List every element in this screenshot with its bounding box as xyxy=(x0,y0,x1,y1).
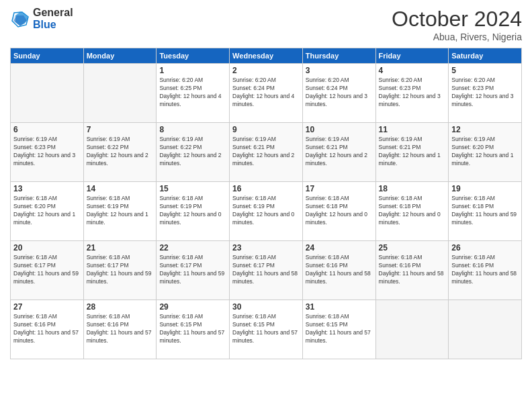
day-info: Sunrise: 6:18 AM Sunset: 6:15 PM Dayligh… xyxy=(159,313,226,345)
day-info: Sunrise: 6:19 AM Sunset: 6:21 PM Dayligh… xyxy=(379,136,446,168)
calendar-cell: 14Sunrise: 6:18 AM Sunset: 6:19 PM Dayli… xyxy=(83,182,157,241)
day-number: 13 xyxy=(13,184,81,193)
day-info: Sunrise: 6:20 AM Sunset: 6:23 PM Dayligh… xyxy=(379,77,446,109)
calendar-cell: 18Sunrise: 6:18 AM Sunset: 6:18 PM Dayli… xyxy=(375,182,449,241)
location: Abua, Rivers, Nigeria xyxy=(392,32,522,42)
calendar-cell xyxy=(375,300,449,359)
calendar-cell: 30Sunrise: 6:18 AM Sunset: 6:15 PM Dayli… xyxy=(230,300,303,359)
logo-general-text: General xyxy=(33,7,73,19)
day-number: 3 xyxy=(306,66,373,75)
day-number: 16 xyxy=(232,184,300,193)
calendar-cell: 2Sunrise: 6:20 AM Sunset: 6:24 PM Daylig… xyxy=(230,64,303,123)
day-number: 21 xyxy=(87,243,154,253)
day-number: 6 xyxy=(13,125,81,134)
header: General Blue October 2024 Abua, Rivers, … xyxy=(10,7,522,42)
calendar-table: SundayMondayTuesdayWednesdayThursdayFrid… xyxy=(10,48,522,359)
day-header-sunday: Sunday xyxy=(11,48,84,64)
day-info: Sunrise: 6:18 AM Sunset: 6:16 PM Dayligh… xyxy=(306,254,373,286)
day-info: Sunrise: 6:18 AM Sunset: 6:16 PM Dayligh… xyxy=(13,313,81,345)
calendar-cell: 29Sunrise: 6:18 AM Sunset: 6:15 PM Dayli… xyxy=(157,300,230,359)
day-info: Sunrise: 6:19 AM Sunset: 6:23 PM Dayligh… xyxy=(13,136,81,168)
calendar-cell: 6Sunrise: 6:19 AM Sunset: 6:23 PM Daylig… xyxy=(11,123,84,182)
calendar-cell: 20Sunrise: 6:18 AM Sunset: 6:17 PM Dayli… xyxy=(11,241,84,300)
day-number: 24 xyxy=(306,243,373,253)
day-header-friday: Friday xyxy=(375,48,449,64)
day-info: Sunrise: 6:20 AM Sunset: 6:25 PM Dayligh… xyxy=(159,77,226,109)
calendar-cell: 23Sunrise: 6:18 AM Sunset: 6:17 PM Dayli… xyxy=(230,241,303,300)
day-info: Sunrise: 6:18 AM Sunset: 6:16 PM Dayligh… xyxy=(379,254,446,286)
day-info: Sunrise: 6:20 AM Sunset: 6:24 PM Dayligh… xyxy=(232,77,300,109)
calendar-cell: 17Sunrise: 6:18 AM Sunset: 6:18 PM Dayli… xyxy=(302,182,375,241)
calendar-cell: 31Sunrise: 6:18 AM Sunset: 6:15 PM Dayli… xyxy=(302,300,375,359)
day-info: Sunrise: 6:20 AM Sunset: 6:23 PM Dayligh… xyxy=(451,77,519,109)
day-info: Sunrise: 6:18 AM Sunset: 6:17 PM Dayligh… xyxy=(87,254,154,286)
day-number: 30 xyxy=(232,302,300,312)
calendar-cell: 25Sunrise: 6:18 AM Sunset: 6:16 PM Dayli… xyxy=(375,241,449,300)
day-number: 26 xyxy=(451,243,519,253)
day-number: 27 xyxy=(13,302,81,312)
day-info: Sunrise: 6:18 AM Sunset: 6:17 PM Dayligh… xyxy=(159,254,226,286)
day-info: Sunrise: 6:19 AM Sunset: 6:22 PM Dayligh… xyxy=(159,136,226,168)
logo-text: General Blue xyxy=(33,7,73,30)
week-row-2: 6Sunrise: 6:19 AM Sunset: 6:23 PM Daylig… xyxy=(11,123,522,182)
day-info: Sunrise: 6:18 AM Sunset: 6:16 PM Dayligh… xyxy=(87,313,154,345)
calendar-cell: 11Sunrise: 6:19 AM Sunset: 6:21 PM Dayli… xyxy=(375,123,449,182)
calendar-cell: 16Sunrise: 6:18 AM Sunset: 6:19 PM Dayli… xyxy=(230,182,303,241)
calendar-cell: 8Sunrise: 6:19 AM Sunset: 6:22 PM Daylig… xyxy=(157,123,230,182)
day-info: Sunrise: 6:18 AM Sunset: 6:16 PM Dayligh… xyxy=(451,254,519,286)
day-number: 8 xyxy=(159,125,226,134)
day-info: Sunrise: 6:19 AM Sunset: 6:22 PM Dayligh… xyxy=(87,136,154,168)
day-number: 4 xyxy=(379,66,446,75)
day-number: 9 xyxy=(232,125,300,134)
day-number: 2 xyxy=(232,66,300,75)
calendar-cell: 22Sunrise: 6:18 AM Sunset: 6:17 PM Dayli… xyxy=(157,241,230,300)
week-row-1: 1Sunrise: 6:20 AM Sunset: 6:25 PM Daylig… xyxy=(11,64,522,123)
day-info: Sunrise: 6:18 AM Sunset: 6:18 PM Dayligh… xyxy=(451,195,519,227)
calendar-cell: 1Sunrise: 6:20 AM Sunset: 6:25 PM Daylig… xyxy=(157,64,230,123)
day-info: Sunrise: 6:20 AM Sunset: 6:24 PM Dayligh… xyxy=(306,77,373,109)
day-number: 5 xyxy=(451,66,519,75)
day-info: Sunrise: 6:18 AM Sunset: 6:15 PM Dayligh… xyxy=(306,313,373,345)
day-number: 23 xyxy=(232,243,300,253)
day-info: Sunrise: 6:19 AM Sunset: 6:21 PM Dayligh… xyxy=(306,136,373,168)
month-title: October 2024 xyxy=(392,7,522,32)
calendar-cell: 27Sunrise: 6:18 AM Sunset: 6:16 PM Dayli… xyxy=(11,300,84,359)
day-info: Sunrise: 6:18 AM Sunset: 6:15 PM Dayligh… xyxy=(232,313,300,345)
calendar-cell: 12Sunrise: 6:19 AM Sunset: 6:20 PM Dayli… xyxy=(449,123,522,182)
calendar-cell xyxy=(83,64,157,123)
calendar-cell: 4Sunrise: 6:20 AM Sunset: 6:23 PM Daylig… xyxy=(375,64,449,123)
day-info: Sunrise: 6:18 AM Sunset: 6:17 PM Dayligh… xyxy=(232,254,300,286)
day-info: Sunrise: 6:18 AM Sunset: 6:17 PM Dayligh… xyxy=(13,254,81,286)
title-area: October 2024 Abua, Rivers, Nigeria xyxy=(392,7,522,42)
day-number: 22 xyxy=(159,243,226,253)
day-info: Sunrise: 6:19 AM Sunset: 6:21 PM Dayligh… xyxy=(232,136,300,168)
day-info: Sunrise: 6:18 AM Sunset: 6:18 PM Dayligh… xyxy=(379,195,446,227)
day-number: 18 xyxy=(379,184,446,193)
day-number: 11 xyxy=(379,125,446,134)
day-number: 31 xyxy=(306,302,373,312)
calendar-cell: 19Sunrise: 6:18 AM Sunset: 6:18 PM Dayli… xyxy=(449,182,522,241)
day-number: 1 xyxy=(159,66,226,75)
calendar-header-row: SundayMondayTuesdayWednesdayThursdayFrid… xyxy=(11,48,522,64)
day-header-thursday: Thursday xyxy=(302,48,375,64)
day-header-wednesday: Wednesday xyxy=(230,48,303,64)
day-header-monday: Monday xyxy=(83,48,157,64)
calendar-cell xyxy=(449,300,522,359)
day-number: 28 xyxy=(87,302,154,312)
day-info: Sunrise: 6:19 AM Sunset: 6:20 PM Dayligh… xyxy=(451,136,519,168)
calendar-cell: 10Sunrise: 6:19 AM Sunset: 6:21 PM Dayli… xyxy=(302,123,375,182)
calendar-cell: 3Sunrise: 6:20 AM Sunset: 6:24 PM Daylig… xyxy=(302,64,375,123)
day-info: Sunrise: 6:18 AM Sunset: 6:18 PM Dayligh… xyxy=(306,195,373,227)
logo-icon xyxy=(10,9,30,29)
week-row-4: 20Sunrise: 6:18 AM Sunset: 6:17 PM Dayli… xyxy=(11,241,522,300)
day-info: Sunrise: 6:18 AM Sunset: 6:19 PM Dayligh… xyxy=(87,195,154,227)
day-number: 12 xyxy=(451,125,519,134)
calendar-cell: 9Sunrise: 6:19 AM Sunset: 6:21 PM Daylig… xyxy=(230,123,303,182)
calendar-cell: 26Sunrise: 6:18 AM Sunset: 6:16 PM Dayli… xyxy=(449,241,522,300)
calendar-cell: 21Sunrise: 6:18 AM Sunset: 6:17 PM Dayli… xyxy=(83,241,157,300)
day-number: 25 xyxy=(379,243,446,253)
day-info: Sunrise: 6:18 AM Sunset: 6:19 PM Dayligh… xyxy=(232,195,300,227)
day-number: 17 xyxy=(306,184,373,193)
calendar-cell: 28Sunrise: 6:18 AM Sunset: 6:16 PM Dayli… xyxy=(83,300,157,359)
day-number: 10 xyxy=(306,125,373,134)
